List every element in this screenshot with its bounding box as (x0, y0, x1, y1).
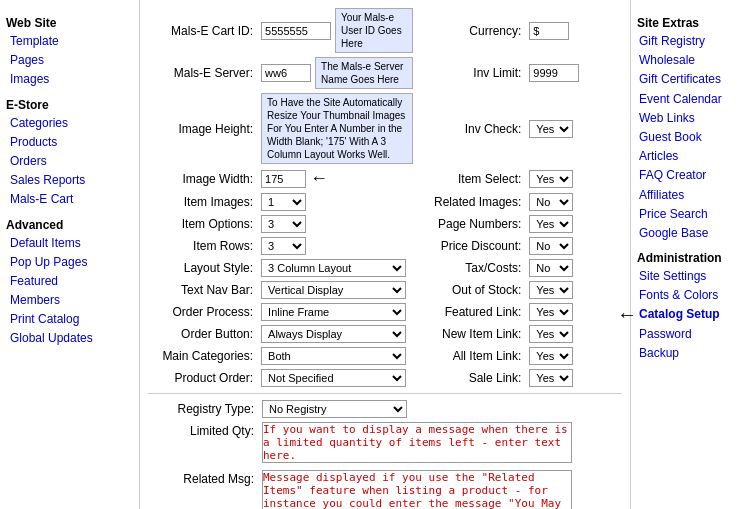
sidebar-item-site-settings[interactable]: Site Settings (639, 267, 744, 286)
sidebar-item-categories[interactable]: Categories (10, 114, 133, 133)
limited-qty-textarea[interactable]: If you want to display a message when th… (262, 422, 572, 463)
related-images-select[interactable]: NoYes (529, 193, 573, 211)
order-button-select[interactable]: Always Display Hide (261, 325, 406, 343)
featured-link-select[interactable]: YesNo (529, 303, 573, 321)
out-of-stock-label: Out of Stock: (417, 279, 526, 301)
table-row: Image Height: To Have the Site Automatic… (148, 91, 622, 166)
sidebar-item-default-items[interactable]: Default Items (10, 234, 133, 253)
layout-style-select[interactable]: 3 Column Layout 2 Column Layout 1 Column… (261, 259, 406, 277)
sidebar-advanced-title: Advanced (6, 218, 133, 232)
main-categories-select[interactable]: Both Left Right None (261, 347, 406, 365)
related-images-label: Related Images: (417, 191, 526, 213)
site-extras-title: Site Extras (637, 16, 744, 30)
all-item-link-select[interactable]: YesNo (529, 347, 573, 365)
sidebar-item-members[interactable]: Members (10, 291, 133, 310)
table-row: Order Button: Always Display Hide New It… (148, 323, 622, 345)
inv-limit-input[interactable] (529, 64, 579, 82)
sidebar-web-site-title: Web Site (6, 16, 133, 30)
order-process-label: Order Process: (148, 301, 257, 323)
sidebar-left: Web Site Template Pages Images E-Store C… (0, 0, 140, 509)
item-images-label: Item Images: (148, 191, 257, 213)
table-row: Registry Type: No Registry Registry (148, 398, 622, 420)
malse-cart-id-label: Mals-E Cart ID: (148, 6, 257, 55)
sidebar-item-mals-e-cart[interactable]: Mals-E Cart (10, 190, 133, 209)
table-row: Layout Style: 3 Column Layout 2 Column L… (148, 257, 622, 279)
registry-type-select[interactable]: No Registry Registry (262, 400, 407, 418)
sidebar-item-global-updates[interactable]: Global Updates (10, 329, 133, 348)
item-rows-label: Item Rows: (148, 235, 257, 257)
malse-server-label: Mals-E Server: (148, 55, 257, 91)
malse-cart-id-input[interactable] (261, 22, 331, 40)
settings-table: Mals-E Cart ID: Your Mals-e User ID Goes… (148, 6, 622, 389)
text-nav-bar-label: Text Nav Bar: (148, 279, 257, 301)
limited-qty-label: Limited Qty: (148, 420, 258, 468)
table-row: Main Categories: Both Left Right None Al… (148, 345, 622, 367)
order-process-select[interactable]: Inline Frame New Window (261, 303, 406, 321)
sidebar-item-pages[interactable]: Pages (10, 51, 133, 70)
new-item-link-select[interactable]: YesNo (529, 325, 573, 343)
inv-check-label: Inv Check: (417, 91, 526, 166)
inv-check-select[interactable]: YesNo (529, 120, 573, 138)
sidebar-item-faq-creator[interactable]: FAQ Creator (639, 166, 744, 185)
product-order-select[interactable]: Not Specified Alphabetical (261, 369, 406, 387)
table-row: Limited Qty: If you want to display a me… (148, 420, 622, 468)
sidebar-item-event-calendar[interactable]: Event Calendar (639, 90, 744, 109)
table-row: Text Nav Bar: Vertical Display Horizonta… (148, 279, 622, 301)
sidebar-item-wholesale[interactable]: Wholesale (639, 51, 744, 70)
sidebar-item-sales-reports[interactable]: Sales Reports (10, 171, 133, 190)
main-content: Mals-E Cart ID: Your Mals-e User ID Goes… (140, 0, 630, 509)
sidebar-item-products[interactable]: Products (10, 133, 133, 152)
table-row: Order Process: Inline Frame New Window F… (148, 301, 622, 323)
layout-style-label: Layout Style: (148, 257, 257, 279)
sale-link-select[interactable]: YesNo (529, 369, 573, 387)
sidebar-item-guest-book[interactable]: Guest Book (639, 128, 744, 147)
malse-server-callout: The Mals-e Server Name Goes Here (315, 57, 412, 89)
tax-costs-select[interactable]: NoYes (529, 259, 573, 277)
registry-table: Registry Type: No Registry Registry Limi… (148, 398, 622, 509)
inv-limit-label: Inv Limit: (417, 55, 526, 91)
sidebar-item-web-links[interactable]: Web Links (639, 109, 744, 128)
sidebar-right: Site Extras Gift Registry Wholesale Gift… (630, 0, 750, 509)
image-width-input[interactable] (261, 170, 306, 188)
text-nav-bar-select[interactable]: Vertical Display Horizontal Display None (261, 281, 406, 299)
sidebar-item-backup[interactable]: Backup (639, 344, 744, 363)
form-area: Mals-E Cart ID: Your Mals-e User ID Goes… (148, 6, 622, 509)
item-images-select[interactable]: 123 (261, 193, 306, 211)
sidebar-item-print-catalog[interactable]: Print Catalog (10, 310, 133, 329)
currency-input[interactable] (529, 22, 569, 40)
item-options-select[interactable]: 312 (261, 215, 306, 233)
sidebar-item-gift-certificates[interactable]: Gift Certificates (639, 70, 744, 89)
currency-label: Currency: (417, 6, 526, 55)
item-select-select[interactable]: YesNo (529, 170, 573, 188)
table-row: Mals-E Server: The Mals-e Server Name Go… (148, 55, 622, 91)
image-height-label: Image Height: (148, 91, 257, 166)
sidebar-item-articles[interactable]: Articles (639, 147, 744, 166)
sidebar-item-google-base[interactable]: Google Base (639, 224, 744, 243)
table-row: Related Msg: Message displayed if you us… (148, 468, 622, 509)
sidebar-item-gift-registry[interactable]: Gift Registry (639, 32, 744, 51)
page-numbers-select[interactable]: YesNo (529, 215, 573, 233)
malse-server-input[interactable] (261, 64, 311, 82)
page-numbers-label: Page Numbers: (417, 213, 526, 235)
main-categories-label: Main Categories: (148, 345, 257, 367)
sidebar-item-images[interactable]: Images (10, 70, 133, 89)
item-rows-select[interactable]: 312 (261, 237, 306, 255)
sidebar-item-password[interactable]: Password (639, 325, 744, 344)
table-row: Item Images: 123 Related Images: NoYes (148, 191, 622, 213)
sidebar-estore-title: E-Store (6, 98, 133, 112)
malse-cart-id-callout: Your Mals-e User ID Goes Here (335, 8, 412, 53)
sidebar-item-affiliates[interactable]: Affiliates (639, 186, 744, 205)
sidebar-item-price-search[interactable]: Price Search (639, 205, 744, 224)
table-row: Item Rows: 312 Price Discount: NoYes (148, 235, 622, 257)
sidebar-item-featured[interactable]: Featured (10, 272, 133, 291)
sidebar-item-template[interactable]: Template (10, 32, 133, 51)
sidebar-item-popup-pages[interactable]: Pop Up Pages (10, 253, 133, 272)
table-row: Mals-E Cart ID: Your Mals-e User ID Goes… (148, 6, 622, 55)
out-of-stock-select[interactable]: YesNo (529, 281, 573, 299)
item-options-label: Item Options: (148, 213, 257, 235)
related-msg-textarea[interactable]: Message displayed if you use the "Relate… (262, 470, 572, 509)
sidebar-item-orders[interactable]: Orders (10, 152, 133, 171)
price-discount-select[interactable]: NoYes (529, 237, 573, 255)
tax-costs-label: Tax/Costs: (417, 257, 526, 279)
table-row: Item Options: 312 Page Numbers: YesNo (148, 213, 622, 235)
